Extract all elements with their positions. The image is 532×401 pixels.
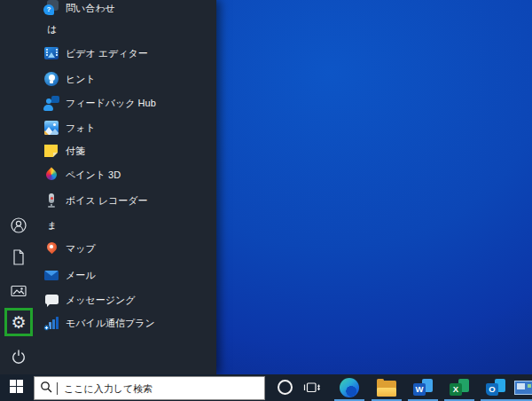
desktop: ? 問い合わせ は ビデオ エディター ヒント フィードバック Hub: [0, 0, 532, 401]
rail-user-button[interactable]: [10, 216, 27, 234]
app-label: メッセージング: [66, 294, 136, 307]
app-label: マップ: [66, 242, 96, 256]
rail-documents-button[interactable]: [10, 248, 27, 266]
windows-logo-icon: [10, 380, 23, 397]
paint-3d-icon: [43, 167, 59, 183]
gear-icon: ⚙: [11, 314, 26, 331]
section-header-ma[interactable]: ま: [0, 216, 216, 234]
mail-icon: [43, 267, 59, 283]
photos-icon: [43, 120, 59, 136]
file-explorer-taskbar-button[interactable]: [377, 378, 396, 397]
sticky-notes-icon: [43, 143, 59, 159]
taskbar-search-box[interactable]: [34, 376, 265, 400]
cortana-button[interactable]: [278, 380, 293, 395]
app-label: フィードバック Hub: [66, 97, 156, 110]
task-view-button[interactable]: [303, 381, 320, 398]
word-taskbar-button[interactable]: W: [413, 379, 434, 396]
start-menu-item-mail[interactable]: メール: [0, 266, 216, 284]
start-menu-item-tips[interactable]: ヒント: [0, 70, 216, 88]
app-label: フォト: [66, 122, 96, 135]
rail-power-button[interactable]: [10, 348, 27, 366]
text-caret: [57, 382, 58, 395]
app-label: 付箋: [66, 145, 85, 158]
start-menu-item-paint-3d[interactable]: ペイント 3D: [0, 166, 216, 184]
app-label: ペイント 3D: [66, 169, 121, 182]
app-label: ヒント: [66, 73, 96, 86]
start-menu-item-get-help[interactable]: ? 問い合わせ: [0, 0, 216, 17]
voice-recorder-icon: [43, 193, 59, 208]
pictures-icon: [10, 282, 27, 300]
power-icon: [10, 348, 27, 366]
task-view-icon: [303, 382, 320, 397]
video-editor-icon: [43, 45, 59, 61]
start-menu-panel: ? 問い合わせ は ビデオ エディター ヒント フィードバック Hub: [0, 0, 216, 374]
start-menu-item-voice-recorder[interactable]: ボイス レコーダー: [0, 192, 216, 209]
user-icon: [10, 216, 27, 234]
rail-settings-button[interactable]: ⚙: [4, 308, 33, 336]
start-menu-item-photos[interactable]: フォト: [0, 119, 216, 137]
start-menu-item-feedback-hub[interactable]: フィードバック Hub: [0, 94, 216, 112]
app-label: メール: [66, 269, 96, 282]
taskbar: W X O: [0, 374, 532, 401]
edge-icon: [340, 378, 359, 397]
start-menu-item-sticky-notes[interactable]: 付箋: [0, 142, 216, 160]
start-menu-item-messaging[interactable]: メッセージング: [0, 291, 216, 309]
feedback-hub-icon: [43, 95, 59, 111]
document-icon: [10, 248, 27, 266]
app-label: ボイス レコーダー: [66, 194, 148, 208]
app-label: ビデオ エディター: [66, 47, 148, 60]
mobile-plans-icon: [43, 315, 59, 331]
app-window-taskbar-button[interactable]: [514, 381, 532, 395]
get-help-icon: ?: [43, 0, 59, 16]
start-menu-item-video-editor[interactable]: ビデオ エディター: [0, 44, 216, 62]
start-button[interactable]: [0, 374, 33, 401]
outlook-taskbar-button[interactable]: O: [486, 379, 506, 396]
maps-icon: [43, 240, 59, 256]
rail-pictures-button[interactable]: [10, 282, 27, 300]
tips-icon: [43, 71, 59, 87]
excel-taskbar-button[interactable]: X: [450, 379, 470, 396]
start-menu-item-maps[interactable]: マップ: [0, 240, 216, 257]
search-icon: [40, 381, 52, 397]
search-input[interactable]: [62, 382, 259, 395]
messaging-icon: [43, 292, 59, 308]
app-label: モバイル通信プラン: [66, 317, 155, 330]
section-header-ha[interactable]: は: [0, 20, 216, 38]
edge-taskbar-button[interactable]: [340, 378, 360, 397]
app-label: 問い合わせ: [66, 2, 115, 15]
